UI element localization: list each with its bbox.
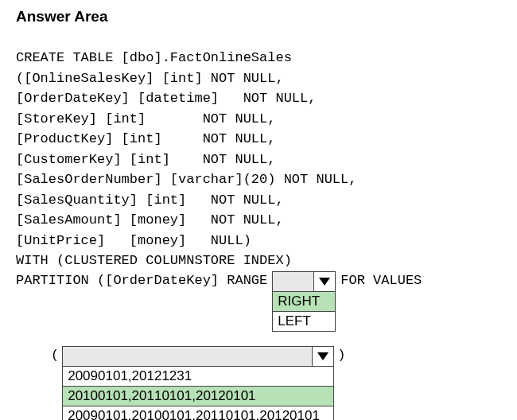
code-line: [UnitPrice] [money] NULL) [16,233,251,248]
close-paren: ) [334,346,348,363]
values-option-2[interactable]: 20100101,20110101,20120101 [63,386,333,406]
code-line: [SalesOrderNumber] [varchar](20) NOT NUL… [16,172,356,187]
chevron-down-icon[interactable] [312,347,333,366]
code-line: [SalesQuantity] [int] NOT NULL, [16,192,284,208]
range-options: RIGHT LEFT [272,292,336,332]
values-dropdown-value [63,347,312,366]
sql-code: CREATE TABLE [dbo].FactOnlineSales ([Onl… [16,48,501,271]
code-line: [StoreKey] [int] NOT NULL, [16,111,275,126]
range-option-left[interactable]: LEFT [273,311,335,331]
code-line: [ProductKey] [int] NOT NULL, [16,131,275,146]
code-line: WITH (CLUSTERED COLUMNSTORE INDEX) [16,253,292,268]
code-line: CREATE TABLE [dbo].FactOnlineSales [16,50,292,65]
code-line: [CustomerKey] [int] NOT NULL, [16,152,275,167]
range-dropdown-value [273,272,313,291]
chevron-down-icon[interactable] [313,272,335,291]
values-dropdown[interactable]: 20090101,20121231 20100101,20110101,2012… [62,346,334,421]
open-paren: ( [48,346,62,363]
code-line: [OrderDateKey] [datetime] NOT NULL, [16,91,316,106]
code-segment: PARTITION ([OrderDateKey] RANGE [16,271,267,288]
values-option-1[interactable]: 20090101,20121231 [63,367,333,386]
code-line: ([OnlineSalesKey] [int] NOT NULL, [16,71,284,86]
values-options: 20090101,20121231 20100101,20110101,2012… [62,367,334,421]
code-segment: FOR VALUES [340,271,422,288]
range-dropdown[interactable]: RIGHT LEFT [272,271,336,332]
code-line: [SalesAmount] [money] NOT NULL, [16,212,284,228]
page-title: Answer Area [16,8,501,25]
values-option-3[interactable]: 20090101,20100101,20110101,20120101 [63,406,333,421]
range-option-right[interactable]: RIGHT [273,292,335,311]
